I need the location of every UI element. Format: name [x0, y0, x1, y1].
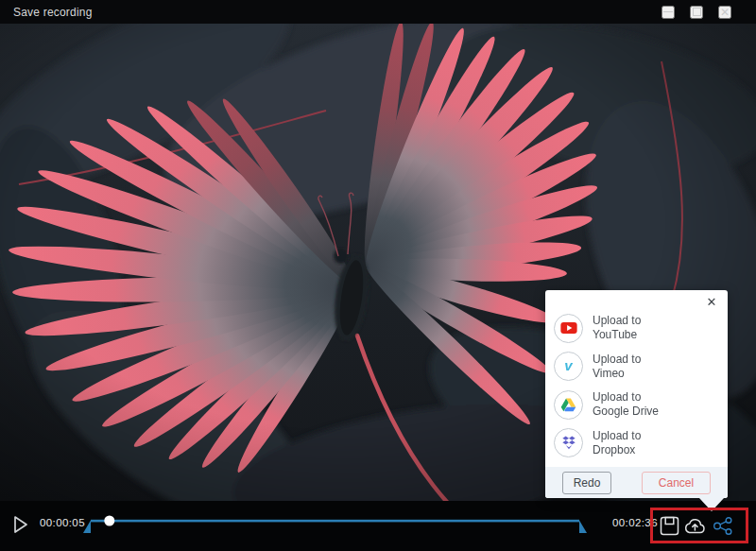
upload-cloud-icon: [682, 515, 708, 537]
seek-bar-start-ramp: [83, 521, 91, 534]
total-duration: 00:02:36: [612, 517, 658, 528]
play-button[interactable]: [11, 514, 30, 535]
upload-item-service: YouTube: [593, 328, 641, 342]
maximize-button[interactable]: [690, 6, 703, 19]
seek-bar-track: [91, 520, 579, 523]
popup-footer: Redo Cancel: [545, 467, 728, 498]
dropbox-icon: [554, 428, 583, 457]
youtube-icon: [554, 314, 583, 343]
upload-item-prefix: Upload to: [593, 390, 659, 405]
seek-bar[interactable]: [80, 501, 595, 551]
popup-pointer-tail: [699, 498, 724, 511]
save-recording-window: Save recording ✕: [0, 0, 756, 551]
close-icon: ✕: [707, 295, 717, 309]
popup-close-button[interactable]: ✕: [704, 295, 719, 310]
seek-bar-thumb[interactable]: [104, 516, 114, 526]
upload-item-prefix: Upload to: [593, 353, 641, 367]
upload-popup: ✕ Upload to YouTube v: [545, 290, 728, 498]
redo-button[interactable]: Redo: [562, 472, 611, 494]
upload-item-service: Dropbox: [593, 443, 641, 457]
window-controls: ✕: [662, 0, 731, 24]
upload-options-list: Upload to YouTube v Upload to Vimeo: [545, 309, 728, 462]
upload-to-dropbox-item[interactable]: Upload to Dropbox: [545, 424, 728, 463]
titlebar: Save recording ✕: [0, 0, 756, 24]
cancel-button[interactable]: Cancel: [642, 472, 711, 494]
maximize-icon: [693, 8, 701, 16]
close-button[interactable]: ✕: [718, 6, 731, 19]
save-icon: [660, 516, 679, 536]
share-button[interactable]: [710, 513, 736, 538]
save-button[interactable]: [656, 513, 682, 538]
upload-to-google-drive-item[interactable]: Upload to Google Drive: [545, 386, 728, 424]
playback-bar: 00:00:05 00:02:36: [0, 501, 756, 551]
upload-item-prefix: Upload to: [593, 314, 641, 328]
upload-item-prefix: Upload to: [593, 429, 641, 443]
upload-button[interactable]: [681, 513, 708, 538]
window-title: Save recording: [13, 6, 93, 19]
share-icon: [712, 516, 735, 536]
seek-bar-end-ramp: [579, 521, 587, 534]
upload-item-service: Google Drive: [593, 405, 659, 419]
close-icon: ✕: [720, 7, 730, 18]
vimeo-icon: v: [554, 352, 583, 381]
play-icon: [11, 514, 30, 535]
elapsed-time: 00:00:05: [40, 517, 85, 528]
upload-to-youtube-item[interactable]: Upload to YouTube: [545, 309, 728, 348]
minimize-icon: [663, 11, 673, 12]
google-drive-icon: [554, 390, 583, 420]
upload-to-vimeo-item[interactable]: v Upload to Vimeo: [545, 348, 728, 387]
minimize-button[interactable]: [662, 6, 675, 19]
upload-item-service: Vimeo: [593, 367, 641, 381]
